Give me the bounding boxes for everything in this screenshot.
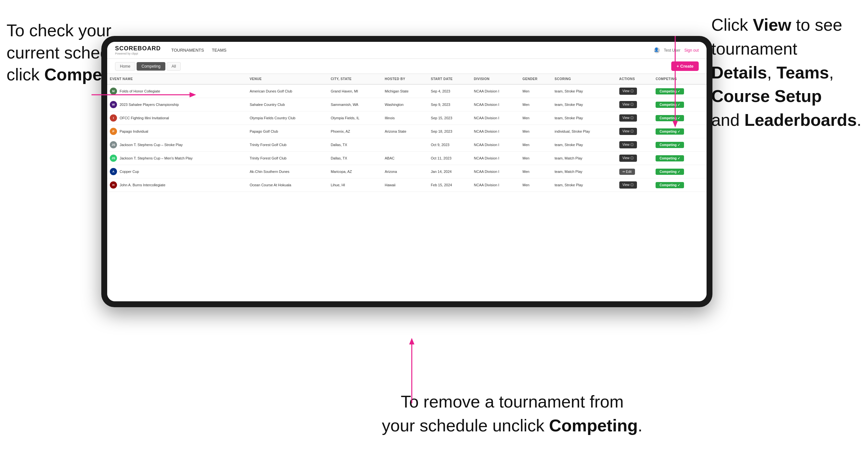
cell-division: NCAA Division I [471,179,520,192]
tab-all[interactable]: All [167,62,181,71]
event-name-text: OFCC Fighting Illini Invitational [120,116,169,120]
svg-marker-3 [673,121,678,127]
cell-event-name: P Papago Individual [107,125,247,138]
team-logo: JS [110,155,117,162]
col-start-date: START DATE [428,74,471,84]
cell-actions: ✏ Edit [617,165,653,179]
cell-start-date: Sep 4, 2023 [428,84,471,98]
cell-actions: View ⓘ [617,152,653,165]
annotation-top-right: Click View to see tournament Details, Te… [711,13,862,132]
tab-competing[interactable]: Competing [136,62,165,71]
competing-button[interactable]: Competing ✓ [656,182,684,188]
cell-scoring: team, Match Play [552,165,616,179]
cell-gender: Men [520,179,552,192]
cell-venue: Ak-Chin Southern Dunes [247,165,328,179]
team-logo: P [110,128,117,135]
nav-teams[interactable]: TEAMS [212,48,226,53]
view-button[interactable]: View ⓘ [619,128,637,135]
view-button[interactable]: View ⓘ [619,101,637,108]
event-name-text: John A. Burns Intercollegiate [120,183,165,187]
cell-start-date: Sep 18, 2023 [428,125,471,138]
cell-event-name: A Copper Cup [107,165,247,179]
cell-city-state: Sammamish, WA [328,98,382,112]
cell-scoring: team, Stroke Play [552,112,616,125]
cell-gender: Men [520,84,552,98]
cell-scoring: individual, Stroke Play [552,125,616,138]
scoreboard-logo: SCOREBOARD Powered by clippi [115,45,161,55]
arrow-to-competing-column [643,36,708,134]
tab-home[interactable]: Home [115,62,135,71]
cell-city-state: Olympia Fields, IL [328,112,382,125]
event-name-text: Jackson T. Stephens Cup – Men's Match Pl… [120,156,192,160]
cell-venue: Trinity Forest Golf Club [247,152,328,165]
tournament-table-area: EVENT NAME VENUE CITY, STATE HOSTED BY S… [107,74,707,301]
cell-start-date: Feb 15, 2024 [428,179,471,192]
cell-venue: Trinity Forest Golf Club [247,138,328,152]
cell-gender: Men [520,98,552,112]
cell-scoring: team, Match Play [552,152,616,165]
tablet-device: SCOREBOARD Powered by clippi TOURNAMENTS… [101,36,712,307]
competing-button[interactable]: Competing ✓ [656,168,684,175]
cell-event-name: H John A. Burns Intercollegiate [107,179,247,192]
team-logo: H [110,181,117,189]
cell-division: NCAA Division I [471,152,520,165]
cell-gender: Men [520,152,552,165]
event-name-text: Jackson T. Stephens Cup – Stroke Play [120,143,183,147]
col-scoring: SCORING [552,74,616,84]
nav-links: TOURNAMENTS TEAMS [171,48,654,53]
view-button[interactable]: View ⓘ [619,181,637,189]
cell-venue: Sahalee Country Club [247,98,328,112]
edit-button[interactable]: ✏ Edit [619,168,635,175]
cell-division: NCAA Division I [471,165,520,179]
cell-start-date: Jan 14, 2024 [428,165,471,179]
cell-hosted-by: ABAC [382,152,428,165]
cell-scoring: team, Stroke Play [552,138,616,152]
nav-tournaments[interactable]: TOURNAMENTS [171,48,204,53]
view-button[interactable]: View ⓘ [619,114,637,122]
svg-marker-1 [190,92,196,97]
view-button[interactable]: View ⓘ [619,88,637,95]
cell-hosted-by: Hawaii [382,179,428,192]
table-row: P Papago Individual Papago Golf ClubPhoe… [107,125,707,138]
cell-venue: American Dunes Golf Club [247,84,328,98]
competing-button[interactable]: Competing ✓ [656,142,684,148]
cell-hosted-by: Arizona State [382,125,428,138]
tablet-screen: SCOREBOARD Powered by clippi TOURNAMENTS… [107,42,707,301]
cell-gender: Men [520,125,552,138]
cell-competing: Competing ✓ [653,165,707,179]
cell-start-date: Oct 9, 2023 [428,138,471,152]
annotation-line1: To check your [6,21,112,40]
cell-city-state: Maricopa, AZ [328,165,382,179]
event-name-text: Papago Individual [120,129,148,133]
cell-venue: Ocean Course At Hokuala [247,179,328,192]
cell-city-state: Dallas, TX [328,138,382,152]
svg-marker-5 [409,338,414,344]
cell-venue: Olympia Fields Country Club [247,112,328,125]
table-row: JS Jackson T. Stephens Cup – Men's Match… [107,152,707,165]
cell-scoring: team, Stroke Play [552,179,616,192]
view-button[interactable]: View ⓘ [619,141,637,148]
cell-hosted-by: Arizona [382,165,428,179]
cell-actions: View ⓘ [617,138,653,152]
cell-hosted-by: Washington [382,98,428,112]
cell-division: NCAA Division I [471,98,520,112]
cell-start-date: Sep 9, 2023 [428,98,471,112]
view-button[interactable]: View ⓘ [619,155,637,162]
competing-button[interactable]: Competing ✓ [656,155,684,161]
cell-competing: Competing ✓ [653,152,707,165]
cell-actions: View ⓘ [617,179,653,192]
cell-city-state: Lihue, HI [328,179,382,192]
col-city-state: CITY, STATE [328,74,382,84]
sub-header: Home Competing All + Create [107,59,707,74]
cell-gender: Men [520,165,552,179]
cell-event-name: I OFCC Fighting Illini Invitational [107,112,247,125]
cell-competing: Competing ✓ [653,138,707,152]
cell-event-name: JS Jackson T. Stephens Cup – Men's Match… [107,152,247,165]
arrow-from-bottom-annotation [402,338,422,403]
team-logo: JS [110,141,117,148]
cell-competing: Competing ✓ [653,179,707,192]
cell-city-state: Grand Haven, MI [328,84,382,98]
cell-gender: Men [520,138,552,152]
cell-start-date: Sep 15, 2023 [428,112,471,125]
col-hosted-by: HOSTED BY [382,74,428,84]
